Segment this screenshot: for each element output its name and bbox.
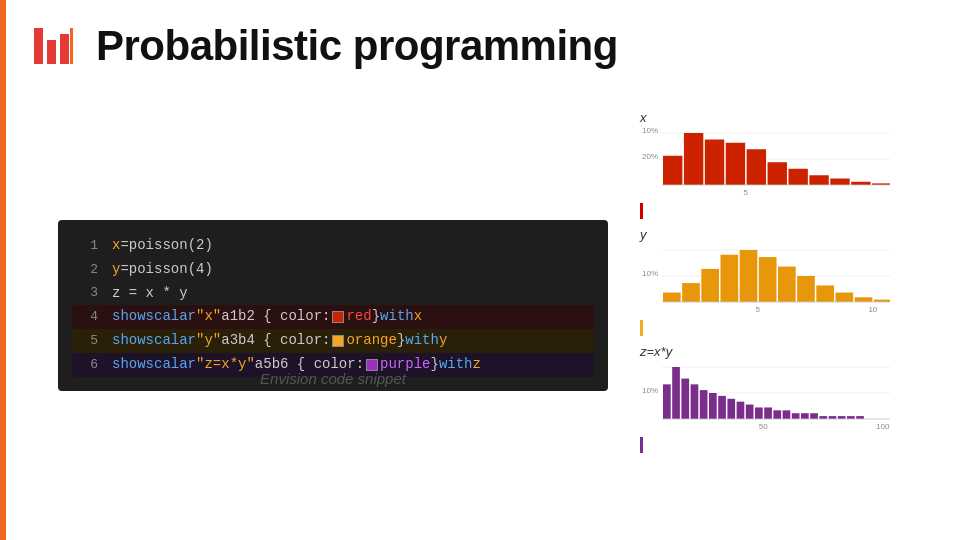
svg-text:100: 100	[876, 422, 890, 431]
svg-rect-29	[721, 255, 739, 302]
svg-text:20%: 20%	[642, 152, 658, 161]
svg-rect-54	[746, 405, 754, 419]
svg-rect-12	[726, 143, 745, 185]
accent-bar	[0, 0, 6, 540]
svg-rect-16	[809, 175, 828, 185]
svg-rect-51	[718, 396, 726, 419]
chart-label-z: z=x*y	[640, 344, 930, 359]
svg-rect-53	[737, 402, 745, 419]
svg-text:10%: 10%	[642, 127, 658, 135]
svg-text:10%: 10%	[642, 386, 658, 395]
svg-text:5: 5	[756, 305, 761, 314]
header: Probabilistic programming	[30, 20, 618, 72]
svg-rect-66	[856, 416, 864, 419]
svg-text:10%: 10%	[642, 269, 658, 278]
svg-rect-27	[682, 283, 700, 302]
svg-rect-65	[847, 416, 855, 419]
code-caption: Envision code snippet	[58, 370, 608, 387]
chart-indicator-z	[640, 437, 643, 453]
page-title: Probabilistic programming	[96, 22, 618, 70]
svg-rect-33	[797, 276, 815, 302]
svg-rect-17	[830, 179, 849, 186]
logo-icon	[30, 20, 82, 72]
svg-rect-30	[740, 250, 758, 302]
svg-rect-9	[663, 156, 682, 185]
chart-y: y10%510	[640, 227, 930, 336]
svg-rect-61	[810, 413, 818, 419]
chart-x: x20%10%5	[640, 110, 930, 219]
chart-label-y: y	[640, 227, 930, 242]
svg-rect-58	[783, 410, 791, 419]
svg-rect-52	[727, 399, 735, 419]
svg-rect-28	[701, 269, 719, 302]
chart-label-x: x	[640, 110, 930, 125]
svg-rect-1	[47, 40, 56, 64]
svg-rect-36	[855, 297, 873, 302]
svg-rect-47	[681, 379, 689, 419]
svg-rect-60	[801, 413, 809, 419]
code-block: 1x = poisson(2)2y = poisson(4)3z = x * y…	[58, 220, 608, 391]
svg-rect-10	[684, 133, 703, 185]
charts-area: x20%10%5y10%510z=x*y10%50100	[640, 110, 930, 461]
svg-rect-45	[663, 384, 671, 419]
svg-rect-26	[663, 293, 681, 302]
svg-rect-3	[70, 28, 73, 64]
svg-rect-59	[792, 413, 800, 419]
chart-indicator-y	[640, 320, 643, 336]
chart-z: z=x*y10%50100	[640, 344, 930, 453]
svg-rect-55	[755, 407, 763, 419]
svg-rect-49	[700, 390, 708, 419]
svg-rect-13	[747, 149, 766, 185]
svg-rect-48	[691, 384, 699, 419]
svg-rect-18	[851, 182, 870, 185]
svg-rect-11	[705, 140, 724, 186]
svg-rect-14	[768, 162, 787, 185]
svg-rect-64	[838, 416, 846, 419]
svg-rect-15	[788, 169, 807, 185]
svg-rect-62	[819, 416, 827, 419]
svg-rect-31	[759, 257, 777, 302]
svg-rect-46	[672, 367, 680, 419]
svg-rect-63	[829, 416, 837, 419]
svg-rect-57	[773, 410, 781, 419]
svg-rect-34	[816, 285, 834, 302]
chart-indicator-x	[640, 203, 643, 219]
svg-text:5: 5	[743, 188, 748, 197]
svg-rect-0	[34, 28, 43, 64]
svg-rect-50	[709, 393, 717, 419]
svg-rect-32	[778, 267, 796, 302]
svg-rect-56	[764, 407, 772, 419]
svg-rect-35	[836, 293, 854, 302]
svg-rect-2	[60, 34, 69, 64]
svg-text:10: 10	[868, 305, 877, 314]
svg-text:50: 50	[759, 422, 768, 431]
